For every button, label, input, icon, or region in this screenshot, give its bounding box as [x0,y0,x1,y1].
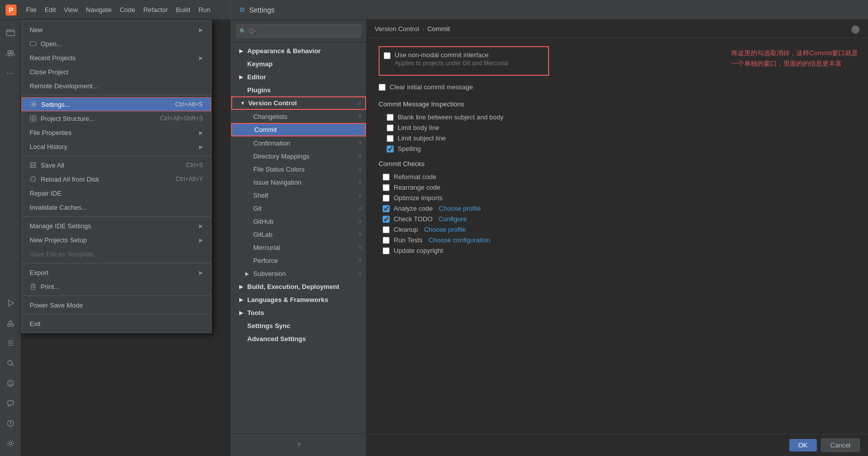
rearrange-code-checkbox[interactable] [383,184,390,191]
sidebar-icon-notifications[interactable] [2,415,19,432]
optimize-imports-label[interactable]: Optimize imports [394,194,443,202]
check-todo-label[interactable]: Check TODO [394,215,433,223]
cancel-button[interactable]: Cancel [821,438,860,452]
menu-item-exit[interactable]: Exit [22,317,211,331]
limit-body-checkbox[interactable] [387,124,394,131]
tree-item-shelf[interactable]: Shelf ≡ [231,189,366,202]
tree-item-appearance[interactable]: ▶ Appearance & Behavior [231,44,366,57]
run-tests-label[interactable]: Run Tests [394,236,423,244]
menu-item-open[interactable]: Open... [22,37,211,51]
run-tests-checkbox[interactable] [383,237,390,244]
menu-item-power-save[interactable]: Power Save Mode [22,298,211,312]
breadcrumb-back-icon[interactable]: ⬤ [851,24,860,34]
reformat-code-checkbox[interactable] [383,174,390,181]
menu-edit[interactable]: Edit [41,4,60,16]
menu-refactor[interactable]: Refactor [139,4,172,16]
tree-item-tools[interactable]: ▶ Tools [231,306,366,319]
blank-line-label[interactable]: Blank line between subject and body [398,113,503,121]
update-copyright-checkbox[interactable] [383,247,390,254]
tree-item-mercurial[interactable]: Mercurial ≡ [231,241,366,254]
menu-item-print[interactable]: Print... [22,279,211,293]
menu-item-invalidate-caches[interactable]: Invalidate Caches... [22,200,211,214]
analyze-code-link[interactable]: Choose profile [439,205,481,212]
tree-item-git[interactable]: Git ≡ [231,202,366,215]
cleanup-label[interactable]: Cleanup [394,226,418,233]
menu-item-repair-ide[interactable]: Repair IDE [22,186,211,200]
menu-build[interactable]: Build [172,4,195,16]
non-modal-label[interactable]: Use non-modal commit interface [395,51,488,59]
optimize-imports-checkbox[interactable] [383,195,390,202]
analyze-code-checkbox[interactable] [383,205,390,212]
sidebar-icon-group[interactable] [2,44,19,61]
sidebar-icon-search[interactable] [2,355,19,372]
clear-initial-label[interactable]: Clear initial commit message [390,83,473,91]
clear-initial-checkbox[interactable] [379,84,386,91]
rearrange-code-label[interactable]: Rearrange code [394,184,440,191]
tree-item-issue-navigation[interactable]: Issue Navigation ≡ [231,176,366,189]
tree-item-advanced-settings[interactable]: Advanced Settings [231,332,366,345]
tree-item-commit[interactable]: Commit ≡ [231,123,366,136]
tree-item-editor[interactable]: ▶ Editor [231,70,366,83]
tree-item-directory-mappings[interactable]: Directory Mappings ≡ [231,149,366,163]
menu-item-new-projects-setup[interactable]: New Projects Setup ▶ [22,233,211,247]
blank-line-checkbox[interactable] [387,114,394,121]
menu-item-manage-ide-settings[interactable]: Manage IDE Settings ▶ [22,219,211,233]
cleanup-link[interactable]: Choose profile [424,226,466,233]
tree-item-build-exec[interactable]: ▶ Build, Execution, Deployment [231,280,366,293]
limit-body-label[interactable]: Limit body line [398,124,439,131]
spelling-checkbox[interactable] [387,145,394,153]
tree-item-perforce[interactable]: Perforce ≡ [231,254,366,267]
menu-view[interactable]: View [60,4,82,16]
analyze-code-label[interactable]: Analyze code [394,205,433,212]
tree-item-subversion[interactable]: ▶ Subversion ≡ [231,267,366,280]
menu-navigate[interactable]: Navigate [82,4,115,16]
menu-code[interactable]: Code [116,4,139,16]
tree-item-github[interactable]: GitHub ≡ [231,215,366,228]
run-tests-link[interactable]: Choose configuration [429,236,490,244]
svg-point-4 [11,51,13,53]
tree-item-settings-sync[interactable]: Settings Sync [231,319,366,332]
menu-item-close-project[interactable]: Close Project [22,65,211,79]
tree-item-version-control[interactable]: ▼ Version Control ≡ [231,96,366,110]
menu-item-export[interactable]: Export ▶ [22,265,211,279]
limit-subject-label[interactable]: Limit subject line [398,134,446,142]
tree-help-icon[interactable]: ? [292,438,306,452]
menu-item-remote-dev[interactable]: Remote Development... [22,79,211,93]
menu-item-recent-projects[interactable]: Recent Projects ▶ [22,51,211,65]
sidebar-icon-settings[interactable] [2,435,19,452]
menu-item-file-properties[interactable]: File Properties ▶ [22,125,211,139]
limit-subject-checkbox[interactable] [387,135,394,142]
menu-item-settings[interactable]: Settings... Ctrl+Alt+S [22,97,211,111]
update-copyright-label[interactable]: Update copyright [394,247,443,254]
tree-item-confirmation[interactable]: Confirmation ≡ [231,136,366,149]
check-todo-link[interactable]: Configure [439,215,467,223]
sidebar-icon-list[interactable] [2,335,19,352]
cleanup-checkbox[interactable] [383,226,390,233]
sidebar-icon-face[interactable] [2,375,19,392]
tree-item-gitlab[interactable]: GitLab ≡ [231,228,366,241]
tree-item-changelists[interactable]: Changelists ≡ [231,110,366,123]
tree-item-plugins[interactable]: Plugins [231,83,366,96]
menu-item-local-history[interactable]: Local History ▶ [22,139,211,154]
menu-item-save-as-template: Save File as Template... [22,247,211,261]
tree-item-keymap[interactable]: Keymap [231,57,366,70]
menu-item-reload[interactable]: Reload All from Disk Ctrl+Alt+Y [22,172,211,186]
tree-item-languages[interactable]: ▶ Languages & Frameworks [231,293,366,306]
menu-item-new[interactable]: New ▶ [22,23,211,37]
sidebar-icon-chat[interactable] [2,395,19,412]
reformat-code-label[interactable]: Reformat code [394,173,436,181]
menu-file[interactable]: File [22,4,41,16]
ok-button[interactable]: OK [789,439,817,451]
spelling-label[interactable]: Spelling [398,145,421,153]
tree-item-file-status-colors[interactable]: File Status Colors ≡ [231,163,366,176]
sidebar-icon-build[interactable] [2,315,19,332]
sidebar-icon-folder[interactable] [2,24,19,41]
sidebar-icon-more[interactable]: ··· [2,64,19,81]
check-todo-checkbox[interactable] [383,216,390,223]
sidebar-icon-play[interactable] [2,294,19,312]
menu-item-project-structure[interactable]: Project Structure... Ctrl+Alt+Shift+S [22,111,211,125]
menu-item-save-all[interactable]: Save All Ctrl+S [22,158,211,172]
menu-run[interactable]: Run [195,4,215,16]
non-modal-checkbox[interactable] [384,52,391,59]
settings-search-input[interactable] [236,24,361,38]
